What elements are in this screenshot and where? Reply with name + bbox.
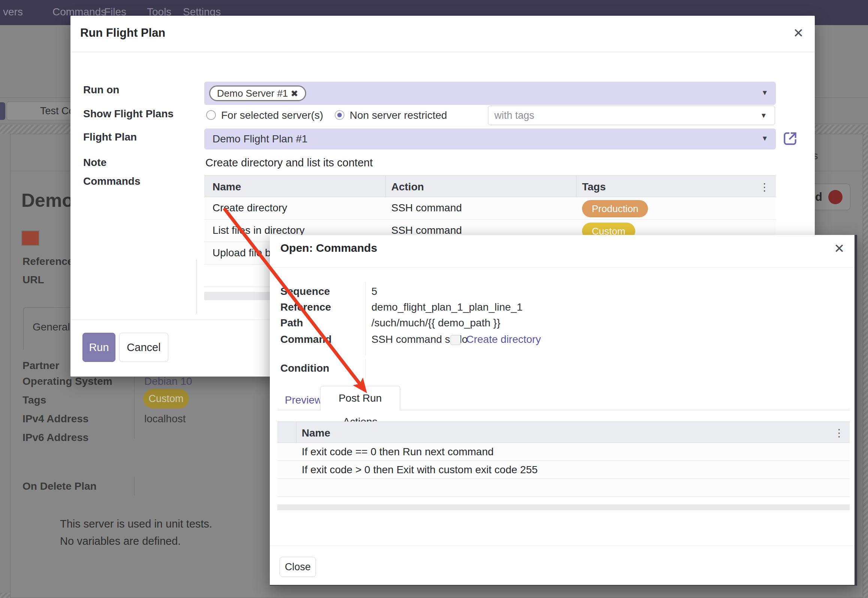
open-commands-modal: Open: Commands ✕ Sequence 5 Reference de… (270, 235, 857, 586)
run-modal-close-icon[interactable]: ✕ (793, 25, 804, 40)
screen: vers Commands Files Tools Settings Test … (0, 0, 868, 598)
value-path: /such/much/{{ demo_path }} (371, 317, 500, 329)
col-name[interactable]: Name (302, 427, 330, 439)
flight-plan-description: Create directory and list its content (205, 157, 373, 169)
col-name[interactable]: Name (213, 181, 241, 193)
external-link-icon[interactable] (782, 130, 798, 147)
tag-production: Production (582, 200, 648, 217)
value-reference: demo_flight_plan_1_plan_line_1 (371, 301, 522, 313)
value-operating-system[interactable]: Debian 10 (144, 375, 192, 387)
label-url: URL (22, 274, 44, 286)
cancel-button[interactable]: Cancel (119, 333, 168, 362)
menu-servers[interactable]: vers (3, 6, 23, 18)
commands-modal-footer-divider (270, 546, 855, 546)
label-condition: Condition (280, 362, 329, 374)
note-line-2: No variables are defined. (60, 535, 181, 547)
tab-strip-border (400, 410, 850, 410)
value-ipv4: localhost (144, 413, 186, 425)
action-row-empty (277, 479, 850, 497)
with-tags-placeholder: with tags (494, 110, 534, 121)
label-partner: Partner (22, 360, 59, 372)
field-separator-condition (365, 359, 366, 379)
chip-remove-icon[interactable]: ✖ (291, 88, 298, 99)
tab-post-run-actions[interactable]: Post Run Actions (320, 386, 400, 410)
run-on-select[interactable]: Demo Server #1 ✖ ▾ (204, 82, 776, 105)
tag-custom-dimmed: Custom (143, 389, 189, 408)
label-on-delete-plan: On Delete Plan (22, 480, 97, 492)
chevron-down-icon: ▾ (763, 88, 767, 97)
field-separator (365, 282, 366, 356)
close-button[interactable]: Close (280, 557, 316, 577)
radio-for-selected-servers[interactable] (206, 110, 216, 120)
create-directory-link[interactable]: Create directory (466, 333, 541, 345)
value-sequence: 5 (371, 286, 377, 298)
status-stopped-dot-icon (828, 190, 843, 204)
label-run-on: Run on (83, 84, 119, 96)
commands-modal-header-divider (270, 267, 855, 268)
cell-action: SSH command (391, 202, 462, 214)
radio-non-server-restricted[interactable] (335, 110, 344, 120)
cell-name: Create directory (213, 202, 287, 214)
column-divider (296, 422, 296, 443)
chip-label: Demo Server #1 (217, 88, 288, 99)
label-ipv6: IPv6 Address (22, 432, 88, 444)
table-options-kebab-icon[interactable]: ⋮ (759, 181, 770, 193)
label-ipv4: IPv4 Address (22, 413, 88, 425)
flight-plan-select[interactable]: Demo Flight Plan #1 ▾ (204, 129, 776, 150)
with-tags-select[interactable]: with tags ▾ (488, 106, 775, 125)
chevron-down-icon: ▾ (763, 133, 767, 143)
page-hatch-right (863, 134, 868, 598)
label-path: Path (280, 317, 303, 329)
run-button[interactable]: Run (82, 333, 115, 362)
label-sequence: Sequence (280, 286, 330, 298)
server-title: Demo (21, 190, 73, 211)
tab-preview[interactable]: Preview (285, 394, 322, 406)
column-divider (385, 176, 386, 197)
action-row[interactable]: If exit code == 0 then Run next command (277, 443, 850, 461)
label-show-flight-plans: Show Flight Plans (83, 108, 174, 120)
offscreen-primary-button-fragment[interactable] (0, 102, 5, 120)
label-flight-plan: Flight Plan (83, 131, 137, 143)
col-tags[interactable]: Tags (582, 181, 606, 193)
radio-for-selected-servers-label[interactable]: For selected server(s) (221, 109, 323, 121)
action-row[interactable]: If exit code > 0 then Exit with custom e… (277, 461, 850, 479)
server-color-swatch[interactable] (21, 230, 39, 246)
note-line-1: This server is used in unit tests. (60, 518, 212, 530)
commands-table-header: Name Action Tags ⋮ (204, 175, 776, 197)
tab-strip-border (277, 410, 320, 410)
label-note: Note (83, 157, 106, 169)
label-tags: Tags (22, 394, 46, 406)
chevron-down-icon: ▾ (762, 106, 766, 125)
tab-general-label: General (33, 321, 70, 333)
table-row[interactable]: Create directory SSH command Production (204, 197, 776, 220)
field-separator-2 (134, 477, 135, 495)
flight-plan-value: Demo Flight Plan #1 (213, 133, 308, 145)
command-checkbox[interactable] (450, 335, 461, 345)
label-reference: Reference (22, 256, 73, 268)
commands-modal-close-icon[interactable]: ✕ (834, 241, 845, 256)
label-command: Command (280, 333, 332, 345)
cell-name: Upload file by (213, 247, 276, 259)
field-separator (134, 374, 135, 438)
label-operating-system: Operating System (22, 375, 112, 387)
commands-modal-title: Open: Commands (280, 242, 377, 254)
cell-action-name: If exit code == 0 then Run next command (302, 446, 494, 458)
label-commands: Commands (83, 175, 140, 187)
col-action[interactable]: Action (391, 181, 424, 193)
column-divider (576, 176, 576, 197)
cell-action-name: If exit code > 0 then Exit with custom e… (302, 464, 538, 476)
label-reference: Reference (280, 301, 331, 313)
horizontal-scrollbar[interactable] (277, 504, 850, 510)
notebook-border (196, 260, 197, 314)
run-modal-title: Run Flight Plan (80, 26, 165, 40)
run-on-chip[interactable]: Demo Server #1 ✖ (209, 85, 306, 101)
run-modal-header-divider (70, 52, 815, 52)
radio-non-server-restricted-label[interactable]: Non server restricted (350, 109, 447, 121)
table-options-kebab-icon[interactable]: ⋮ (834, 427, 844, 439)
actions-table-header: Name ⋮ (277, 422, 850, 443)
